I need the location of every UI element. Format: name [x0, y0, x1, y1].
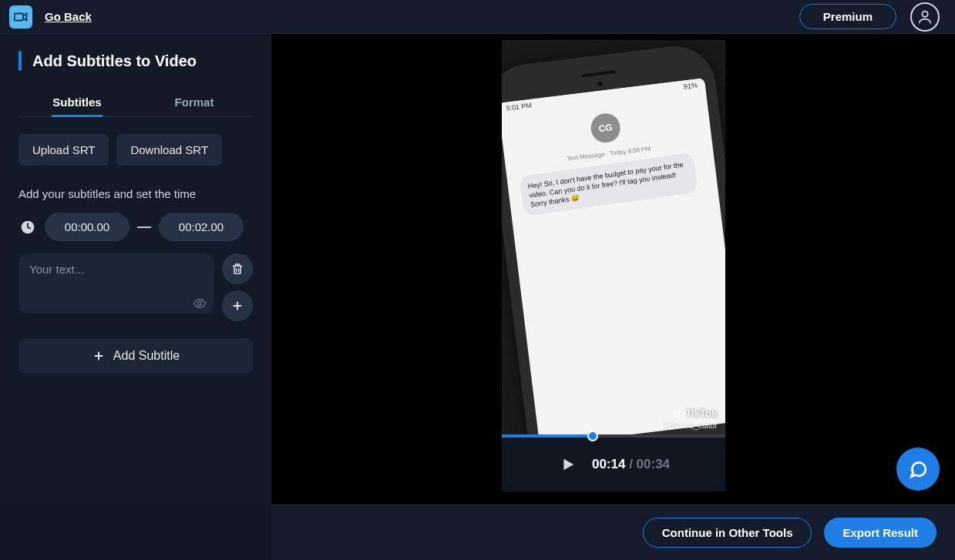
- add-below-button[interactable]: [222, 290, 253, 321]
- delete-subtitle-button[interactable]: [222, 253, 253, 284]
- plus-icon: [92, 349, 106, 363]
- main-area: Add Subtitles to Video Subtitles Format …: [0, 34, 955, 505]
- time-row: —: [18, 213, 253, 241]
- trash-icon: [230, 262, 244, 276]
- download-srt-button[interactable]: Download SRT: [116, 134, 222, 166]
- play-button[interactable]: [557, 454, 578, 475]
- app-logo[interactable]: [9, 5, 32, 29]
- svg-point-3: [198, 302, 202, 306]
- export-result-button[interactable]: Export Result: [824, 518, 937, 548]
- sidebar-title-wrap: Add Subtitles to Video: [18, 51, 253, 71]
- total-time: 00:34: [637, 457, 670, 471]
- video-preview-area: 5:01 PM 91% CG Text Message · Today 4:58…: [271, 34, 955, 505]
- phone-status-time: 5:01 PM: [505, 102, 532, 117]
- clock-icon: [18, 218, 37, 236]
- svg-point-1: [922, 11, 927, 16]
- video-progress-thumb[interactable]: [587, 431, 598, 441]
- video-progress-track[interactable]: [502, 434, 725, 438]
- start-time-input[interactable]: [45, 213, 129, 241]
- tiktok-watermark: TikTok: [672, 407, 718, 419]
- play-icon: [559, 456, 576, 473]
- camera-icon: [14, 12, 28, 22]
- phone-status-battery: 91%: [683, 81, 698, 95]
- profile-button[interactable]: [910, 2, 940, 32]
- phone-mock: 5:01 PM 91% CG Text Message · Today 4:58…: [502, 42, 725, 434]
- video-controls: 00:14 / 00:34: [502, 438, 725, 491]
- instruction-text: Add your subtitles and set the time: [18, 187, 253, 200]
- contact-avatar: CG: [589, 112, 621, 144]
- continue-other-tools-button[interactable]: Continue in Other Tools: [643, 518, 812, 548]
- subtitle-text-input[interactable]: [18, 253, 214, 314]
- footer-bar: Continue in Other Tools Export Result: [271, 505, 955, 560]
- current-time: 00:14: [592, 457, 625, 471]
- user-icon: [916, 8, 933, 25]
- time-separator: /: [629, 457, 636, 471]
- svg-rect-0: [15, 13, 23, 20]
- srt-buttons-row: Upload SRT Download SRT: [18, 134, 253, 166]
- phone-camera-dot: [597, 81, 603, 86]
- video-progress-fill: [502, 434, 594, 438]
- go-back-link[interactable]: Go Back: [45, 10, 92, 23]
- phone-screen: 5:01 PM 91% CG Text Message · Today 4:58…: [502, 78, 725, 434]
- page-title: Add Subtitles to Video: [32, 52, 197, 70]
- tiktok-handle: @filmora_editor: [663, 421, 718, 430]
- video-frame[interactable]: 5:01 PM 91% CG Text Message · Today 4:58…: [502, 40, 725, 434]
- tab-bar: Subtitles Format: [18, 88, 253, 117]
- title-accent-bar: [18, 51, 22, 71]
- end-time-input[interactable]: [159, 213, 244, 241]
- plus-icon: [230, 299, 244, 313]
- time-display: 00:14 / 00:34: [592, 457, 670, 472]
- header-left: Go Back: [9, 5, 92, 29]
- upload-srt-button[interactable]: Upload SRT: [18, 134, 109, 166]
- visibility-icon[interactable]: [193, 297, 207, 310]
- sidebar: Add Subtitles to Video Subtitles Format …: [0, 34, 271, 505]
- header-right: Premium: [799, 2, 940, 32]
- premium-button[interactable]: Premium: [799, 4, 896, 29]
- subtitle-text-row: [18, 253, 253, 321]
- time-dash: —: [137, 219, 151, 235]
- add-subtitle-button[interactable]: Add Subtitle: [18, 338, 253, 374]
- tiktok-brand-text: TikTok: [686, 407, 718, 419]
- add-subtitle-label: Add Subtitle: [113, 349, 180, 363]
- subtitle-side-buttons: [222, 253, 253, 321]
- header: Go Back Premium: [0, 0, 955, 34]
- phone-speaker: [581, 70, 615, 77]
- tab-format[interactable]: Format: [136, 88, 253, 116]
- tab-subtitles[interactable]: Subtitles: [18, 88, 136, 116]
- subtitle-text-wrap: [18, 253, 214, 317]
- help-chat-button[interactable]: [896, 448, 940, 491]
- chat-icon: [908, 459, 928, 479]
- tiktok-icon: [672, 408, 683, 419]
